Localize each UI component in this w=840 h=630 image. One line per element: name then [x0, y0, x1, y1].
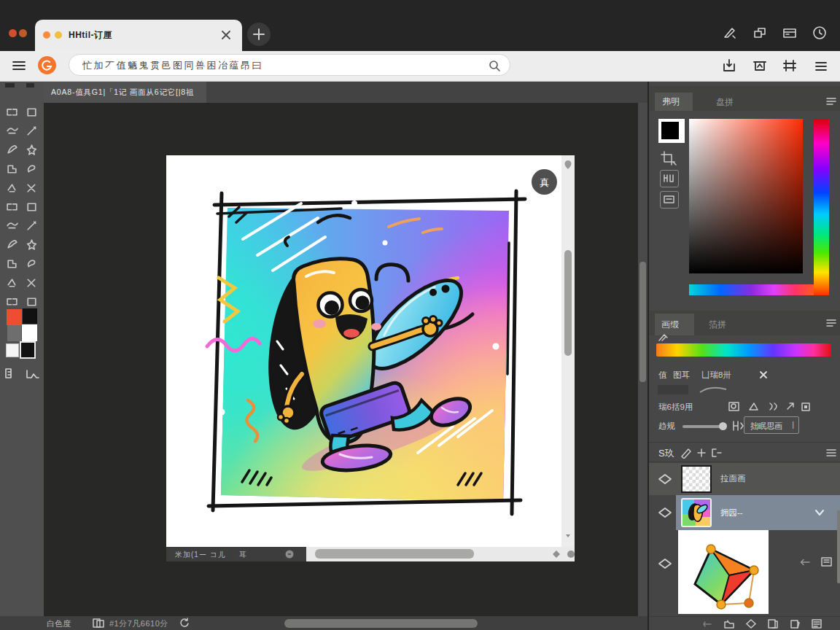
- page-corner-icon-1[interactable]: [552, 550, 561, 559]
- saturation-square[interactable]: [689, 119, 803, 273]
- gradient-panel-menu-icon[interactable]: [825, 318, 837, 328]
- opacity-slider[interactable]: [682, 425, 723, 428]
- pen-mode-icon[interactable]: [722, 25, 738, 41]
- layer3-fx-icon[interactable]: [800, 556, 812, 568]
- canvas-badge[interactable]: 真: [532, 169, 557, 195]
- tool-blob-icon[interactable]: [22, 235, 41, 254]
- window-dot-2[interactable]: [19, 29, 27, 37]
- page-vscroll-thumb[interactable]: [564, 250, 572, 356]
- document-tab[interactable]: A0A8-值具G1|「1记 画面从6记它[|8祖: [44, 82, 206, 103]
- alpha-strip-horizontal[interactable]: [689, 284, 814, 295]
- tab-patterns-label[interactable]: 箔拼: [709, 319, 726, 331]
- canvas-page[interactable]: 真 米加(1ー コ儿 耳: [166, 155, 575, 561]
- panel-scrollbar[interactable]: [837, 510, 840, 583]
- opacity-swap-icon[interactable]: [731, 419, 745, 432]
- layer2-chevron-icon[interactable]: [814, 508, 825, 518]
- tool-frame-icon[interactable]: [22, 102, 41, 121]
- bottom-newlayer-icon[interactable]: [789, 618, 801, 629]
- extensions-icon[interactable]: [782, 58, 798, 74]
- page-hscroll-thumb[interactable]: [315, 549, 474, 559]
- workspace-vscrollbar[interactable]: [638, 103, 648, 616]
- page-scroll-down-icon[interactable]: [564, 532, 572, 540]
- bottom-mask-icon[interactable]: [767, 618, 779, 629]
- url-bar[interactable]: 忙加丆值魉鬼贯邑图同兽困冶蕴昂曰: [69, 54, 510, 76]
- tool-lasso-icon[interactable]: [2, 121, 21, 140]
- fg-color-swatch[interactable]: [658, 119, 685, 143]
- swatch-red[interactable]: [7, 309, 22, 325]
- workspace-vscroll-thumb[interactable]: [639, 262, 646, 382]
- layer3-visibility-icon[interactable]: [658, 558, 672, 569]
- layers-pen-icon[interactable]: [680, 447, 693, 459]
- tool-eyedropper-icon[interactable]: [22, 178, 41, 197]
- mask-square-icon[interactable]: [800, 401, 812, 413]
- tool-dots-icon[interactable]: [2, 292, 21, 311]
- tab-color[interactable]: 弗明: [655, 93, 693, 111]
- layer-row-2[interactable]: 拥园--: [649, 495, 840, 530]
- layer1-visibility-icon[interactable]: [658, 473, 672, 485]
- browser-logo[interactable]: [38, 56, 56, 74]
- layers-grid-icon[interactable]: [825, 448, 837, 458]
- mask-vector-icon[interactable]: [747, 401, 761, 413]
- crop-values-icon[interactable]: [660, 150, 677, 166]
- bottom-list-icon[interactable]: [811, 618, 822, 629]
- bottom-fx-icon[interactable]: [745, 618, 757, 629]
- menu-icon[interactable]: [10, 57, 28, 74]
- swatch-white[interactable]: [22, 324, 37, 341]
- opacity-knob[interactable]: [719, 422, 727, 430]
- tool-eraser-flat-icon[interactable]: [2, 140, 21, 159]
- layer1-thumbnail[interactable]: [681, 465, 712, 493]
- tool-knife-icon[interactable]: [2, 197, 21, 216]
- layer2-visibility-icon[interactable]: [658, 507, 672, 518]
- layer-row-1[interactable]: 拉面画: [649, 463, 840, 495]
- tool-duplicate-icon[interactable]: [22, 121, 41, 140]
- tool-move-icon[interactable]: [22, 140, 41, 159]
- layers-group-icon[interactable]: [710, 447, 723, 459]
- browser-tab[interactable]: HHtil-订厘: [35, 20, 242, 51]
- window-dot-1[interactable]: [9, 29, 17, 37]
- cards-icon[interactable]: [782, 25, 798, 41]
- share-window-icon[interactable]: [752, 25, 768, 41]
- page-hscrollbar[interactable]: [306, 547, 575, 561]
- sliders-button[interactable]: [660, 191, 679, 209]
- statusbar-doc-icon[interactable]: [92, 618, 105, 629]
- swatch-black[interactable]: [23, 308, 37, 324]
- tab-close-icon[interactable]: [219, 28, 233, 42]
- bottom-link-icon[interactable]: [701, 618, 713, 629]
- props-tab-3[interactable]: 凵瑞8卅: [701, 370, 731, 381]
- hex-field-button[interactable]: [660, 170, 679, 187]
- tool-wand-icon[interactable]: [2, 273, 21, 292]
- workspace-hscroll-thumb[interactable]: [284, 619, 478, 628]
- layer-row-3[interactable]: [649, 530, 840, 616]
- tool-marquee-icon[interactable]: [2, 102, 21, 121]
- bottom-folder-icon[interactable]: [723, 618, 735, 629]
- tool-bend-icon[interactable]: [2, 235, 21, 254]
- hue-strip-vertical[interactable]: [814, 119, 829, 295]
- color-panel-menu-icon[interactable]: [825, 96, 837, 106]
- gradient-rainbow-bar[interactable]: [656, 343, 831, 357]
- props-subtab[interactable]: [658, 385, 688, 394]
- reading-list-icon[interactable]: [752, 58, 768, 74]
- history-clock-icon[interactable]: [812, 25, 828, 41]
- tool-cross-icon[interactable]: [22, 273, 41, 292]
- props-close-icon[interactable]: [758, 370, 769, 380]
- gradient-pick-icon[interactable]: [658, 332, 669, 343]
- new-tab-button[interactable]: [247, 23, 271, 46]
- search-icon[interactable]: [488, 59, 501, 72]
- tool-smudge-icon[interactable]: [22, 159, 41, 178]
- tool-slash-icon[interactable]: [22, 216, 41, 235]
- quick-mask-icon[interactable]: [24, 366, 40, 381]
- tool-pen-icon[interactable]: [2, 159, 21, 178]
- page-vscrollbar[interactable]: [561, 155, 575, 547]
- download-icon[interactable]: [721, 58, 737, 74]
- tool-swoosh-icon[interactable]: [2, 216, 21, 235]
- browser-menu-icon[interactable]: [812, 58, 830, 75]
- mask-add-icon[interactable]: [728, 401, 741, 413]
- props-tab-2[interactable]: 图耳: [673, 370, 690, 381]
- mask-link-icon[interactable]: [784, 401, 797, 413]
- tool-hatch-icon[interactable]: [22, 254, 41, 273]
- layer3-mask-icon[interactable]: [820, 556, 833, 568]
- swatch-bg[interactable]: [20, 341, 36, 359]
- tool-curve-icon[interactable]: [22, 197, 41, 216]
- swatch-gray[interactable]: [7, 325, 21, 341]
- blend-mode-select[interactable]: 拙眠思画 |: [744, 416, 799, 434]
